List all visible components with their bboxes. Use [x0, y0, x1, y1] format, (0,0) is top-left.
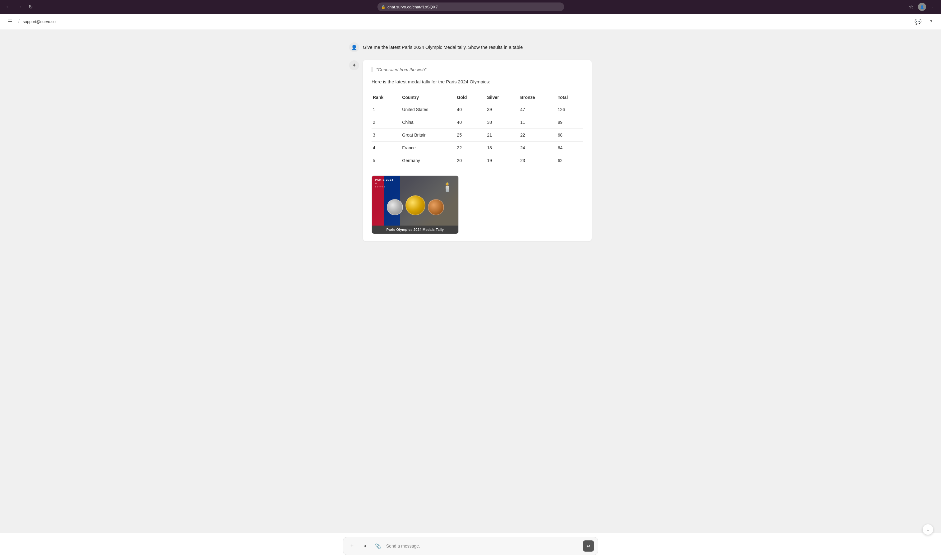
col-rank: Rank: [371, 92, 397, 103]
cell-bronze: 22: [515, 128, 553, 141]
user-message-text: Give me the latest Paris 2024 Olympic Me…: [363, 42, 523, 51]
torch-icon: 🕯️: [442, 182, 453, 192]
paris-header: PARIS 2024 ⊛ ○○○○○: [375, 178, 393, 188]
chat-icon: 💬: [915, 18, 921, 25]
intro-text: Here is the latest medal tally for the P…: [371, 78, 583, 86]
cell-bronze: 23: [515, 154, 553, 167]
table-row: 5Germany20192362: [371, 154, 583, 167]
ai-assist-icon: ✦: [363, 543, 367, 549]
input-area: + ✦ 📎 ↵: [0, 533, 941, 560]
cell-country: Great Britain: [397, 128, 452, 141]
cell-rank: 3: [371, 128, 397, 141]
app-toolbar: ☰ / support@survo.co 💬 ?: [0, 14, 941, 30]
col-gold: Gold: [452, 92, 482, 103]
star-button[interactable]: ☆: [907, 3, 915, 11]
add-button[interactable]: +: [347, 541, 357, 551]
attach-icon: 📎: [375, 543, 381, 549]
browser-chrome: ← → ↻ 🔒 chat.survo.co/chat/f1oSQX7 ☆ 👤 ⋮: [0, 0, 941, 14]
cell-total: 89: [553, 116, 583, 128]
generated-note-text: "Generated from the web": [376, 67, 426, 72]
scroll-to-bottom-button[interactable]: ↓: [923, 524, 933, 535]
send-button[interactable]: ↵: [583, 540, 594, 552]
breadcrumb-separator: /: [18, 18, 20, 25]
cell-gold: 20: [452, 154, 482, 167]
silver-medal-image: [387, 199, 403, 215]
user-avatar[interactable]: 👤: [918, 3, 926, 11]
security-icon: 🔒: [381, 5, 385, 9]
send-icon: ↵: [587, 543, 591, 549]
back-button[interactable]: ←: [4, 3, 12, 11]
image-card: PARIS 2024 ⊛ ○○○○○ 🕯️ Pari: [371, 175, 459, 234]
chat-main-content: 👤 Give me the latest Paris 2024 Olympic …: [0, 30, 941, 533]
menu-button[interactable]: ⋮: [929, 3, 937, 11]
table-row: 3Great Britain25212268: [371, 128, 583, 141]
col-total: Total: [553, 92, 583, 103]
cell-total: 64: [553, 141, 583, 154]
cell-bronze: 24: [515, 141, 553, 154]
medal-tally-table: Rank Country Gold Silver Bronze Total 1U…: [371, 92, 583, 167]
cell-gold: 25: [452, 128, 482, 141]
ai-assist-button[interactable]: ✦: [360, 541, 370, 551]
message-input-box: + ✦ 📎 ↵: [343, 537, 598, 555]
paralympic-icon: ⊛: [375, 182, 393, 185]
user-person-icon: 👤: [351, 45, 357, 51]
sidebar-icon: ☰: [8, 18, 12, 25]
ai-message: ✦ "Generated from the web" Here is the l…: [349, 60, 592, 242]
cell-country: China: [397, 116, 452, 128]
help-button[interactable]: ?: [926, 17, 936, 27]
olympics-image: PARIS 2024 ⊛ ○○○○○ 🕯️: [372, 176, 459, 226]
gold-medal-image: [405, 195, 425, 215]
cell-silver: 18: [482, 141, 515, 154]
medals-visual: [387, 195, 444, 215]
paris2024-text: PARIS 2024: [375, 178, 393, 182]
ai-avatar-icon: ✦: [349, 60, 359, 70]
table-row: 2China40381189: [371, 116, 583, 128]
reload-button[interactable]: ↻: [26, 3, 35, 11]
cell-gold: 40: [452, 116, 482, 128]
cell-country: France: [397, 141, 452, 154]
help-icon: ?: [929, 19, 932, 24]
col-silver: Silver: [482, 92, 515, 103]
cell-silver: 39: [482, 103, 515, 116]
rings-row: ○○○○○: [375, 185, 393, 188]
cell-gold: 40: [452, 103, 482, 116]
cell-total: 126: [553, 103, 583, 116]
address-bar[interactable]: 🔒 chat.survo.co/chat/f1oSQX7: [377, 3, 564, 11]
chat-container: 👤 Give me the latest Paris 2024 Olympic …: [343, 42, 598, 242]
ai-response-card: "Generated from the web" Here is the lat…: [363, 60, 592, 242]
user-message: 👤 Give me the latest Paris 2024 Olympic …: [349, 42, 592, 52]
table-header-row: Rank Country Gold Silver Bronze Total: [371, 92, 583, 103]
chat-icon-button[interactable]: 💬: [913, 17, 923, 27]
cell-rank: 5: [371, 154, 397, 167]
scroll-down-icon: ↓: [927, 527, 929, 532]
sidebar-toggle-button[interactable]: ☰: [5, 17, 15, 27]
image-caption-text: Paris Olympics 2024 Medals Tally: [372, 226, 458, 234]
cell-total: 68: [553, 128, 583, 141]
generated-note: "Generated from the web": [371, 67, 583, 72]
forward-button[interactable]: →: [15, 3, 24, 11]
cell-country: Germany: [397, 154, 452, 167]
message-input[interactable]: [386, 543, 580, 548]
cell-silver: 19: [482, 154, 515, 167]
table-row: 1United States403947126: [371, 103, 583, 116]
cell-gold: 22: [452, 141, 482, 154]
browser-actions: ☆ 👤 ⋮: [907, 3, 937, 11]
col-bronze: Bronze: [515, 92, 553, 103]
attach-button[interactable]: 📎: [373, 541, 383, 551]
cell-bronze: 47: [515, 103, 553, 116]
avatar-initials: 👤: [918, 3, 926, 11]
brand-label: support@survo.co: [23, 19, 56, 24]
user-avatar-icon: 👤: [349, 42, 359, 52]
url-text: chat.survo.co/chat/f1oSQX7: [387, 5, 438, 9]
cell-rank: 1: [371, 103, 397, 116]
add-icon: +: [350, 543, 354, 549]
cell-bronze: 11: [515, 116, 553, 128]
col-country: Country: [397, 92, 452, 103]
cell-silver: 21: [482, 128, 515, 141]
cell-rank: 2: [371, 116, 397, 128]
cell-silver: 38: [482, 116, 515, 128]
openai-logo-icon: ✦: [352, 62, 357, 69]
cell-total: 62: [553, 154, 583, 167]
bronze-medal-image: [428, 199, 444, 215]
cell-country: United States: [397, 103, 452, 116]
